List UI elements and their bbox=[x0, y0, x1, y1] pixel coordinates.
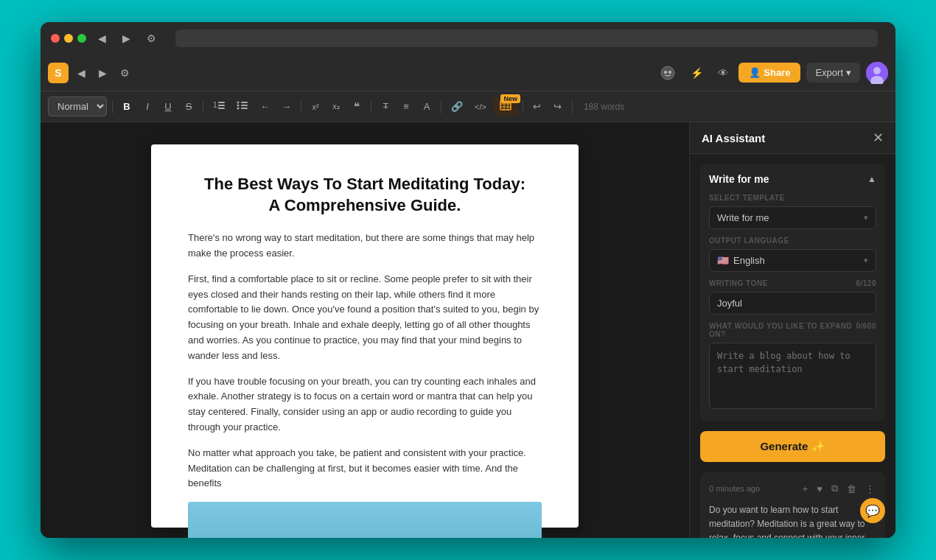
app-window: ◀ ▶ ⚙ S ◀ ▶ ⚙ ⚡ 👁 bbox=[41, 22, 895, 538]
ai-panel: AI Assistant ✕ Write for me ▲ SELECT TEM… bbox=[689, 122, 895, 538]
section-header: Write for me ▲ bbox=[709, 173, 876, 185]
share-button[interactable]: 👤 Share bbox=[738, 63, 800, 83]
meditation-image bbox=[188, 502, 542, 538]
section-title: Write for me bbox=[709, 173, 769, 185]
svg-rect-21 bbox=[188, 502, 542, 538]
preview-button[interactable]: 👁 bbox=[713, 64, 733, 82]
ai-icon-button[interactable] bbox=[655, 62, 680, 84]
document-title: The Best Ways To Start Meditating Today:… bbox=[188, 174, 542, 216]
template-label: SELECT TEMPLATE bbox=[709, 194, 876, 202]
chat-bubble-button[interactable]: 💬 bbox=[860, 498, 885, 523]
chat-icon: 💬 bbox=[865, 504, 880, 518]
editor-area[interactable]: The Best Ways To Start Meditating Today:… bbox=[41, 122, 689, 538]
back-nav-button[interactable]: ◀ bbox=[73, 64, 90, 82]
align-button[interactable]: ≡ bbox=[397, 98, 415, 115]
italic-button[interactable]: I bbox=[139, 98, 156, 115]
result-section: 0 minutes ago + ♥ ⧉ 🗑 ⋮ Do you want to l… bbox=[700, 472, 885, 538]
main-area: The Best Ways To Start Meditating Today:… bbox=[41, 122, 895, 538]
underline-button[interactable]: U bbox=[159, 98, 177, 115]
url-bar[interactable] bbox=[175, 29, 878, 47]
ai-close-button[interactable]: ✕ bbox=[873, 131, 884, 144]
svg-rect-9 bbox=[218, 108, 225, 109]
language-chevron-icon: ▾ bbox=[864, 256, 868, 265]
close-window-button[interactable] bbox=[51, 34, 60, 43]
ai-panel-title: AI Assistant bbox=[702, 132, 765, 144]
result-text: Do you want to learn how to start medita… bbox=[709, 503, 876, 538]
svg-point-11 bbox=[237, 105, 240, 107]
undo-button[interactable]: ↩ bbox=[528, 98, 546, 115]
toolbar-left: S ◀ ▶ ⚙ bbox=[48, 63, 651, 83]
svg-point-2 bbox=[668, 71, 671, 74]
section-chevron: ▲ bbox=[867, 174, 876, 184]
result-time: 0 minutes ago bbox=[709, 484, 760, 493]
svg-rect-13 bbox=[241, 102, 248, 103]
heart-result-button[interactable]: ♥ bbox=[815, 482, 824, 496]
avatar[interactable] bbox=[866, 62, 888, 84]
svg-rect-7 bbox=[218, 102, 225, 103]
divider-2 bbox=[203, 100, 203, 113]
language-value: English bbox=[733, 255, 765, 266]
language-label: OUTPUT LANGUAGE bbox=[709, 237, 876, 245]
outdent-button[interactable]: ← bbox=[256, 98, 274, 115]
generate-button[interactable]: Generate ✨ bbox=[700, 431, 885, 462]
paragraph-3: If you have trouble focusing on your bre… bbox=[188, 374, 542, 435]
svg-point-0 bbox=[661, 66, 674, 80]
svg-rect-14 bbox=[241, 105, 248, 106]
strikethrough-button[interactable]: S bbox=[180, 98, 198, 115]
svg-point-12 bbox=[237, 108, 240, 110]
main-toolbar: S ◀ ▶ ⚙ ⚡ 👁 👤 Share Export bbox=[41, 55, 895, 91]
tone-count: 6/120 bbox=[856, 279, 876, 287]
forward-button[interactable]: ▶ bbox=[118, 29, 135, 47]
new-badge: New bbox=[500, 94, 520, 103]
svg-point-4 bbox=[873, 67, 881, 74]
copy-result-button[interactable]: ⧉ bbox=[830, 481, 839, 496]
unordered-list-button[interactable] bbox=[232, 97, 253, 116]
format-toolbar: Normal B I U S 1. ← → bbox=[41, 91, 895, 122]
flag-icon: 🇺🇸 bbox=[717, 255, 729, 266]
export-button[interactable]: Export ▾ bbox=[806, 63, 860, 83]
ai-panel-header: AI Assistant ✕ bbox=[690, 122, 895, 154]
result-actions: + ♥ ⧉ 🗑 ⋮ bbox=[801, 481, 876, 496]
svg-rect-8 bbox=[218, 105, 225, 106]
language-select[interactable]: 🇺🇸 English ▾ bbox=[709, 249, 876, 272]
write-for-me-section: Write for me ▲ SELECT TEMPLATE Write for… bbox=[700, 164, 885, 421]
paragraph-4: No matter what approach you take, be pat… bbox=[188, 446, 542, 491]
add-result-button[interactable]: + bbox=[801, 482, 810, 496]
minimize-window-button[interactable] bbox=[64, 34, 73, 43]
superscript-button[interactable]: x² bbox=[307, 99, 324, 114]
code-button[interactable]: </> bbox=[470, 99, 491, 114]
tone-input[interactable] bbox=[709, 292, 876, 315]
scene-svg bbox=[188, 502, 542, 538]
bold-button[interactable]: B bbox=[118, 98, 136, 115]
clear-format-button[interactable]: T̶ bbox=[377, 99, 394, 114]
subscript-button[interactable]: x₂ bbox=[327, 99, 345, 114]
highlight-button[interactable]: A bbox=[418, 98, 436, 115]
logo-icon: S bbox=[48, 63, 69, 83]
blockquote-button[interactable]: ❝ bbox=[348, 97, 366, 116]
indent-button[interactable]: → bbox=[277, 98, 296, 115]
maximize-window-button[interactable] bbox=[77, 34, 86, 43]
template-select[interactable]: Write for me ▾ bbox=[709, 206, 876, 229]
delete-result-button[interactable]: 🗑 bbox=[845, 482, 858, 496]
ol-icon: 1. bbox=[213, 100, 225, 111]
ordered-list-button[interactable]: 1. bbox=[209, 97, 229, 116]
divider-3 bbox=[301, 100, 301, 113]
redo-button[interactable]: ↪ bbox=[549, 98, 567, 115]
expand-count: 0/600 bbox=[856, 322, 876, 338]
forward-nav-button[interactable]: ▶ bbox=[94, 64, 111, 82]
result-header: 0 minutes ago + ♥ ⧉ 🗑 ⋮ bbox=[709, 481, 876, 496]
back-button[interactable]: ◀ bbox=[94, 29, 111, 47]
settings-nav-button[interactable]: ⚙ bbox=[116, 64, 134, 82]
toolbar-right: ⚡ 👁 👤 Share Export ▾ bbox=[655, 62, 888, 84]
paragraph-2: First, find a comfortable place to sit o… bbox=[188, 272, 542, 364]
style-select[interactable]: Normal bbox=[48, 97, 107, 116]
expand-textarea[interactable] bbox=[709, 343, 876, 409]
link-button[interactable]: 🔗 bbox=[447, 98, 467, 115]
divider-1 bbox=[112, 100, 113, 113]
settings-button[interactable]: ⚙ bbox=[142, 29, 161, 47]
traffic-lights bbox=[51, 34, 86, 43]
expand-label-row: WHAT WOULD YOU LIKE TO EXPAND ON? 0/600 bbox=[709, 322, 876, 338]
divider-6 bbox=[523, 100, 523, 113]
bolt-button[interactable]: ⚡ bbox=[686, 64, 708, 82]
more-result-button[interactable]: ⋮ bbox=[864, 482, 876, 496]
